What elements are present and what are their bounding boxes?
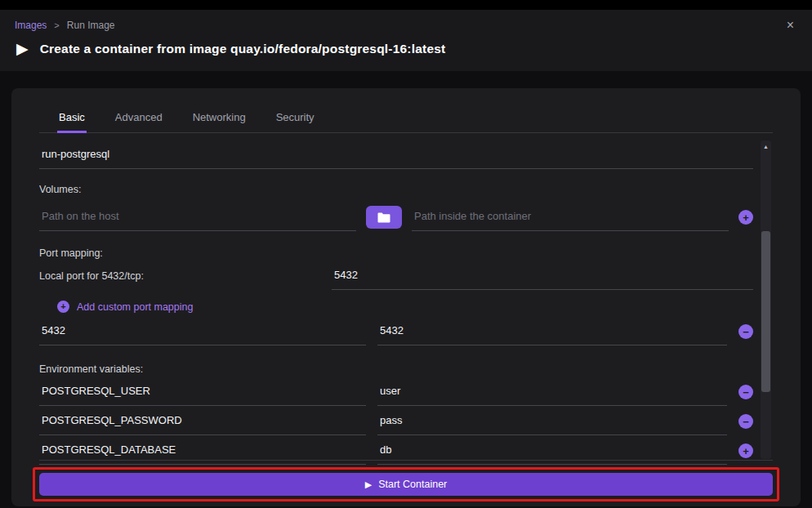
scroll-up-button[interactable]: ▲ <box>761 140 771 152</box>
env-vars-label: Environment variables: <box>39 362 753 377</box>
env-name-input-0[interactable] <box>39 378 366 406</box>
panel-footer: ▶ Start Container <box>39 460 773 501</box>
start-play-icon: ▶ <box>365 480 372 489</box>
volumes-row: + <box>39 203 753 231</box>
remove-env-var-button-0[interactable]: − <box>738 385 753 399</box>
add-custom-port-plus: + <box>57 301 69 313</box>
remove-custom-port-button[interactable]: − <box>738 324 753 339</box>
start-button-label: Start Container <box>378 479 447 490</box>
tab-advanced[interactable]: Advanced <box>114 111 164 133</box>
minus-icon: − <box>743 327 749 337</box>
app-window: Images > Run Image × ▶ Create a containe… <box>0 0 812 71</box>
run-play-icon: ▶ <box>16 40 29 58</box>
volume-host-path-input[interactable] <box>39 203 356 231</box>
page-title: Create a container from image quay.io/fe… <box>40 42 446 56</box>
title-row: ▶ Create a container from image quay.io/… <box>15 40 797 58</box>
annotation-highlight: ▶ Start Container <box>33 467 779 501</box>
remove-env-var-button-1[interactable]: − <box>738 414 753 429</box>
form-scroll-region: Volumes: + Port mapping: Local port <box>39 141 773 465</box>
folder-icon <box>377 212 390 223</box>
start-container-button[interactable]: ▶ Start Container <box>39 473 773 496</box>
breadcrumb-separator-icon: > <box>54 20 59 30</box>
volume-container-path-input[interactable] <box>412 203 729 231</box>
add-volume-button[interactable]: + <box>738 210 753 225</box>
plus-icon: + <box>743 212 749 223</box>
plus-icon: + <box>743 446 749 457</box>
breadcrumb-current: Run Image <box>67 20 115 31</box>
custom-port-row: − <box>39 318 753 345</box>
volumes-label: Volumes: <box>39 182 753 197</box>
env-var-row: − <box>39 378 753 406</box>
run-image-panel: Basic Advanced Networking Security Volum… <box>11 88 801 506</box>
breadcrumb: Images > Run Image × <box>15 20 797 31</box>
scrollbar-track[interactable]: ▲ <box>761 140 771 459</box>
window-top-strip <box>0 0 812 10</box>
local-port-input[interactable] <box>332 262 753 290</box>
minus-icon: − <box>743 417 749 427</box>
env-value-input-1[interactable] <box>377 408 727 435</box>
add-env-var-button[interactable]: + <box>738 443 753 458</box>
env-value-input-0[interactable] <box>377 378 727 406</box>
local-port-label: Local port for 5432/tcp: <box>39 270 332 282</box>
plus-icon: + <box>60 302 65 311</box>
port-mapping-label: Port mapping: <box>39 246 753 261</box>
custom-port-host-input[interactable] <box>39 318 366 345</box>
tab-security[interactable]: Security <box>274 111 316 133</box>
tab-bar: Basic Advanced Networking Security <box>39 88 773 133</box>
breadcrumb-images-link[interactable]: Images <box>15 20 47 31</box>
container-name-input[interactable] <box>39 141 753 169</box>
env-name-input-1[interactable] <box>39 408 366 435</box>
close-button[interactable]: × <box>783 20 797 31</box>
tab-networking[interactable]: Networking <box>191 111 248 133</box>
env-var-row: − <box>39 408 753 435</box>
tab-basic[interactable]: Basic <box>57 111 87 133</box>
browse-folder-button[interactable] <box>366 206 402 229</box>
add-custom-port-label: Add custom port mapping <box>77 301 193 313</box>
scrollbar-thumb[interactable] <box>761 231 770 392</box>
local-port-row: Local port for 5432/tcp: <box>39 262 753 290</box>
main-content: Basic Advanced Networking Security Volum… <box>0 75 812 508</box>
page-header: Images > Run Image × ▶ Create a containe… <box>0 10 812 71</box>
add-custom-port-button[interactable]: + Add custom port mapping <box>57 301 193 313</box>
custom-port-container-input[interactable] <box>377 318 727 345</box>
close-icon: × <box>787 18 794 32</box>
minus-icon: − <box>743 387 749 398</box>
